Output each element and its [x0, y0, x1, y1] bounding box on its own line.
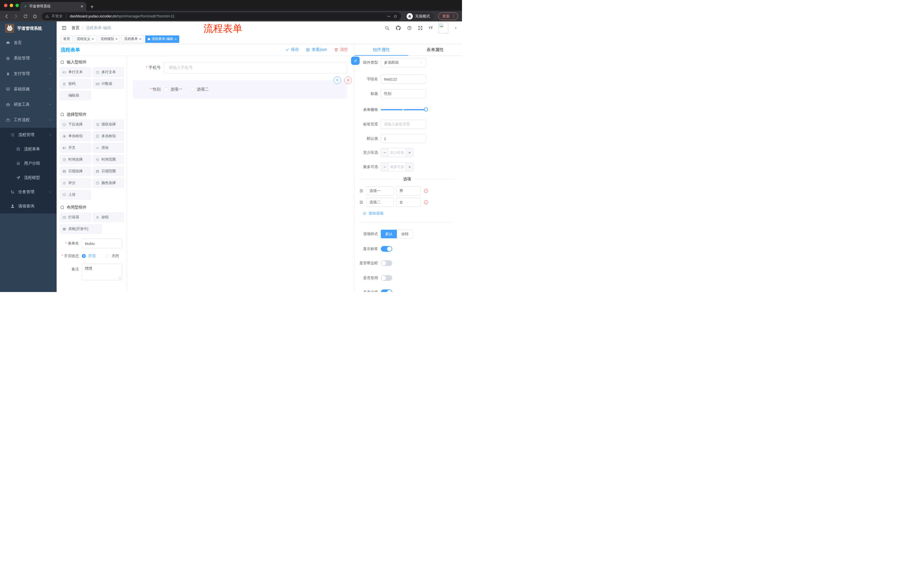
window-controls[interactable]: [4, 4, 19, 7]
close-icon[interactable]: ×: [175, 37, 177, 41]
drag-handle-icon[interactable]: [359, 189, 364, 193]
palette-item[interactable]: 编辑器: [59, 90, 91, 100]
palette-item[interactable]: 下拉选择: [59, 119, 91, 130]
tag-process-model[interactable]: 流程模型×: [98, 35, 120, 43]
option-label-input[interactable]: 选项二: [366, 198, 394, 207]
border-toggle[interactable]: [381, 260, 392, 266]
max-select-stepper[interactable]: − 最多可选 +: [381, 162, 413, 171]
checkbox-option-1[interactable]: 选项一: [164, 87, 182, 92]
field-name-input[interactable]: field122: [381, 74, 426, 84]
component-type-select[interactable]: 多选框组: [381, 58, 426, 67]
radio-on[interactable]: [82, 254, 86, 258]
sidebar-collapse-icon[interactable]: [61, 25, 67, 31]
checkbox-icon[interactable]: [164, 87, 168, 91]
tag-process-form-edit[interactable]: 流程表单-编辑×: [145, 35, 179, 43]
form-remark-textarea[interactable]: 嘿嘿: [82, 264, 122, 280]
radio-off[interactable]: [105, 254, 109, 258]
sidebar-item-devtools[interactable]: 研发工具: [0, 97, 57, 112]
label-width-input[interactable]: 请输入标签宽度: [381, 120, 426, 129]
sidebar-item-payment[interactable]: ¥ 支付管理: [0, 66, 57, 81]
new-tab-button[interactable]: +: [90, 4, 94, 10]
sidebar-item-system[interactable]: ⚙ 系统管理: [0, 51, 57, 66]
copy-component-button[interactable]: [333, 77, 341, 84]
close-icon[interactable]: ×: [139, 37, 141, 41]
default-value-input[interactable]: 1: [381, 134, 426, 143]
sidebar-item-leave-query[interactable]: 请假查询: [0, 199, 57, 214]
palette-item[interactable]: 123计数器: [92, 79, 124, 89]
option-value-input[interactable]: 女: [396, 198, 421, 207]
tag-process-form[interactable]: 流程表单×: [122, 35, 144, 43]
sidebar-item-home[interactable]: 首页: [0, 35, 57, 51]
github-icon[interactable]: [395, 25, 401, 31]
form-grid-slider[interactable]: [381, 105, 426, 114]
breadcrumb-home[interactable]: 首页: [71, 25, 79, 31]
home-icon[interactable]: [32, 14, 38, 19]
reload-icon[interactable]: [23, 14, 28, 19]
palette-item[interactable]: 评分: [59, 178, 91, 188]
form-name-input[interactable]: biubiu: [82, 239, 122, 248]
view-json-button[interactable]: 查看json: [305, 47, 327, 52]
sidebar-item-infra[interactable]: 基础设施: [0, 81, 57, 97]
browser-tab[interactable]: 芋道管理系统 ✕: [20, 2, 86, 11]
search-icon[interactable]: [384, 25, 390, 31]
palette-item[interactable]: 多选框组: [92, 131, 124, 141]
clear-button[interactable]: 清空: [334, 47, 348, 52]
form-canvas[interactable]: 手机号 请输入手机号 性别 选项一 选项二: [127, 56, 354, 292]
bookmark-star-icon[interactable]: [393, 14, 398, 18]
close-icon[interactable]: ×: [116, 37, 117, 41]
not-secure-label[interactable]: 不安全: [51, 14, 63, 19]
canvas-field-gender-selected[interactable]: 性别 选项一 选项二: [133, 80, 347, 99]
checkbox-option-2[interactable]: 选项二: [190, 87, 209, 92]
sidebar-item-process-form[interactable]: 流程表单: [0, 142, 57, 156]
option-value-input[interactable]: 男: [396, 186, 421, 196]
checkbox-icon[interactable]: [190, 87, 195, 91]
plus-button[interactable]: +: [406, 163, 413, 171]
tab-form-props[interactable]: 表单属性: [408, 44, 462, 56]
forward-icon[interactable]: [13, 14, 18, 19]
plus-button[interactable]: +: [406, 148, 413, 157]
required-toggle[interactable]: [381, 290, 392, 292]
radio-off-label[interactable]: 关闭: [112, 253, 119, 258]
style-button-button[interactable]: 按钮: [397, 230, 413, 238]
not-secure-warning-icon[interactable]: [45, 14, 49, 18]
option-label-input[interactable]: 选项一: [366, 186, 394, 196]
avatar[interactable]: [439, 23, 448, 33]
title-input[interactable]: 性别: [381, 89, 426, 98]
url-bar[interactable]: 不安全 dashboard.yudao.iocoder.cn/bpm/manag…: [42, 12, 401, 20]
minus-button[interactable]: −: [381, 163, 389, 171]
remove-option-icon[interactable]: [423, 200, 429, 205]
palette-item[interactable]: 级联选择: [92, 119, 124, 130]
palette-item[interactable]: 按钮: [92, 212, 124, 222]
slider-handle[interactable]: [424, 107, 428, 112]
palette-item[interactable]: 表格[开发中]: [59, 224, 102, 234]
tab-component-props[interactable]: 组件属性: [355, 44, 408, 56]
radio-on-label[interactable]: 开启: [88, 253, 96, 258]
palette-item[interactable]: 日期范围: [92, 166, 124, 176]
palette-item[interactable]: 上传: [59, 190, 91, 200]
close-window-button[interactable]: [4, 4, 7, 7]
style-default-button[interactable]: 默认: [381, 230, 397, 238]
back-icon[interactable]: [4, 14, 9, 19]
user-menu-caret-icon[interactable]: [454, 26, 457, 30]
data-link-tab[interactable]: [351, 57, 360, 65]
close-tab-icon[interactable]: ✕: [80, 4, 84, 8]
palette-item[interactable]: 行容器: [59, 212, 91, 222]
palette-item[interactable]: 颜色选择: [92, 178, 124, 188]
update-button[interactable]: 更新: [438, 13, 458, 20]
tag-process-definition[interactable]: 流程定义×: [74, 35, 96, 43]
zoom-window-button[interactable]: [15, 4, 19, 7]
sidebar-item-task-mgmt[interactable]: 任务管理: [0, 185, 57, 199]
font-size-icon[interactable]: TT: [429, 26, 433, 30]
save-button[interactable]: 保存: [285, 47, 299, 52]
palette-item[interactable]: 密码: [59, 79, 91, 89]
disabled-toggle[interactable]: [381, 275, 392, 281]
canvas-field-phone[interactable]: 手机号 请输入手机号: [133, 62, 347, 73]
palette-item[interactable]: 时间范围: [92, 155, 124, 165]
minimize-window-button[interactable]: [10, 4, 13, 7]
sidebar-item-process-model[interactable]: 流程模型: [0, 171, 57, 185]
palette-item[interactable]: 日期选择: [59, 166, 91, 176]
show-label-toggle[interactable]: [381, 246, 392, 252]
remove-option-icon[interactable]: [423, 188, 429, 193]
palette-item[interactable]: 单选框组: [59, 131, 91, 141]
browser-menu-dots-icon[interactable]: [451, 14, 456, 18]
